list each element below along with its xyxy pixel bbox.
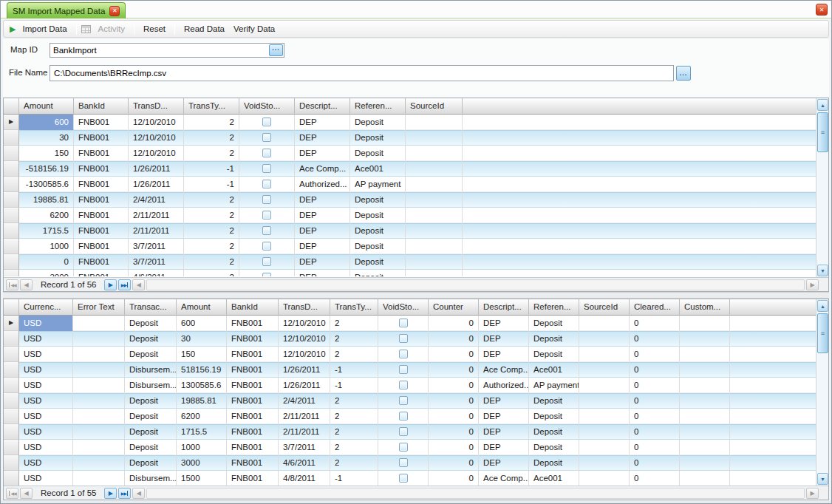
grid-cell[interactable]: 0 (429, 409, 479, 424)
grid-cell[interactable]: 0 (630, 362, 680, 378)
grid-cell[interactable]: 0 (630, 347, 680, 362)
grid-cell[interactable]: FNB001 (227, 362, 279, 378)
toolbar-reset-button[interactable]: Reset (140, 24, 168, 33)
grid-cell[interactable]: USD (19, 455, 73, 471)
grid-cell[interactable]: -1300585.6 (19, 177, 74, 192)
void-checkbox[interactable] (399, 412, 408, 420)
void-checkbox[interactable] (262, 133, 271, 142)
toolbar-activity-button[interactable]: Activity (95, 24, 128, 33)
grid-cell[interactable] (406, 239, 463, 254)
grid-cell[interactable]: FNB001 (74, 130, 129, 146)
toolbar-read-data-button[interactable]: Read Data (181, 24, 228, 33)
file-name-input[interactable] (50, 65, 674, 81)
grid-cell[interactable] (378, 471, 429, 486)
grid-cell[interactable]: DEP (295, 239, 350, 254)
grid-cell[interactable]: 2 (184, 208, 239, 223)
grid-cell[interactable]: 2 (330, 440, 378, 455)
grid-cell[interactable]: USD (19, 331, 73, 347)
grid-cell[interactable]: 0 (429, 440, 479, 455)
column-header-transac[interactable]: Transac... (125, 299, 177, 316)
column-header-referen[interactable]: Referen... (529, 299, 579, 316)
column-header-transty[interactable]: TransTy... (330, 299, 378, 316)
grid-cell[interactable] (239, 270, 295, 276)
grid-cell[interactable]: 0 (630, 455, 680, 471)
grid-cell[interactable] (378, 331, 429, 347)
grid-cell[interactable] (73, 362, 125, 378)
grid-cell[interactable]: 0 (429, 471, 479, 486)
grid-cell[interactable]: 2 (330, 316, 378, 331)
column-header-sourceid[interactable]: SourceId (406, 98, 463, 115)
grid-cell[interactable]: DEP (479, 424, 529, 440)
grid-cell[interactable]: 518156.19 (177, 362, 227, 378)
scrollbar-thumb[interactable]: ≡ (817, 112, 828, 152)
column-header-cleared[interactable]: Cleared... (630, 299, 680, 316)
grid-cell[interactable]: Ace001 (350, 161, 406, 177)
tab-sm-import-mapped-data[interactable]: SM Import Mapped Data ✕ (7, 2, 126, 18)
nav-last-button[interactable]: ▶▶ (118, 488, 131, 499)
column-header-descript[interactable]: Descript... (479, 299, 529, 316)
grid-cell[interactable] (680, 347, 730, 362)
grid-cell[interactable]: Authorized... (479, 378, 529, 393)
grid-cell[interactable]: 1715.5 (19, 223, 74, 239)
grid-cell[interactable]: Deposit (125, 316, 177, 331)
grid-cell[interactable]: Deposit (350, 270, 406, 276)
grid-cell[interactable]: DEP (295, 115, 350, 130)
grid-cell[interactable]: Deposit (529, 440, 579, 455)
grid-cell[interactable]: FNB001 (74, 239, 129, 254)
column-header-errortext[interactable]: Error Text (73, 299, 125, 316)
grid-cell[interactable]: FNB001 (74, 223, 129, 239)
grid-cell[interactable] (680, 316, 730, 331)
grid-cell[interactable]: Deposit (125, 409, 177, 424)
grid-cell[interactable] (579, 455, 630, 471)
grid-cell[interactable]: 0 (630, 316, 680, 331)
grid-cell[interactable] (680, 393, 730, 409)
grid-cell[interactable]: Deposit (125, 455, 177, 471)
grid-cell[interactable]: Deposit (125, 331, 177, 347)
grid-cell[interactable] (579, 409, 630, 424)
grid-cell[interactable]: Deposit (350, 208, 406, 223)
grid-cell[interactable]: 2/11/2011 (129, 223, 184, 239)
grid-cell[interactable]: 600 (177, 316, 227, 331)
column-header-bankid[interactable]: BankId (227, 299, 279, 316)
nav-first-button[interactable]: ◀◀ (6, 279, 18, 290)
void-checkbox[interactable] (399, 474, 408, 483)
grid-cell[interactable]: 4/6/2011 (129, 270, 184, 276)
scroll-down-button[interactable]: ▼ (817, 473, 828, 485)
grid-cell[interactable]: USD (19, 362, 73, 378)
grid-cell[interactable] (73, 455, 125, 471)
column-header-sourceid[interactable]: SourceId (579, 299, 630, 316)
void-checkbox[interactable] (262, 195, 271, 204)
grid-cell[interactable] (73, 378, 125, 393)
splitter[interactable] (3, 292, 829, 299)
grid-cell[interactable]: 12/10/2010 (279, 347, 330, 362)
grid-cell[interactable]: 2 (330, 455, 378, 471)
grid-cell[interactable]: 1500 (177, 471, 227, 486)
map-id-input[interactable] (50, 44, 269, 56)
grid-cell[interactable]: DEP (295, 254, 350, 270)
nav-last-button[interactable]: ▶▶ (118, 279, 131, 290)
grid-cell[interactable]: DEP (295, 223, 350, 239)
grid-cell[interactable]: 30 (19, 130, 74, 146)
grid-cell[interactable]: DEP (295, 270, 350, 276)
grid-cell[interactable]: FNB001 (227, 316, 279, 331)
nav-next-button[interactable]: ▶ (104, 488, 117, 499)
grid-cell[interactable]: FNB001 (227, 424, 279, 440)
grid-cell[interactable] (680, 471, 730, 486)
grid-cell[interactable]: DEP (295, 208, 350, 223)
grid-cell[interactable]: 1000 (177, 440, 227, 455)
grid-cell[interactable] (378, 424, 429, 440)
grid-cell[interactable]: 1000 (19, 239, 74, 254)
grid-cell[interactable] (406, 192, 463, 208)
grid-cell[interactable]: USD (19, 424, 73, 440)
grid-cell[interactable]: 12/10/2010 (129, 146, 184, 161)
grid-cell[interactable]: 3000 (177, 455, 227, 471)
grid-cell[interactable] (239, 254, 295, 270)
grid-cell[interactable]: 1/26/2011 (129, 161, 184, 177)
grid-cell[interactable]: FNB001 (227, 393, 279, 409)
grid-cell[interactable]: 0 (429, 378, 479, 393)
grid-cell[interactable] (239, 130, 295, 146)
grid-cell[interactable]: FNB001 (227, 455, 279, 471)
grid-cell[interactable]: 6200 (177, 409, 227, 424)
grid-cell[interactable]: Deposit (529, 347, 579, 362)
grid-cell[interactable] (73, 424, 125, 440)
